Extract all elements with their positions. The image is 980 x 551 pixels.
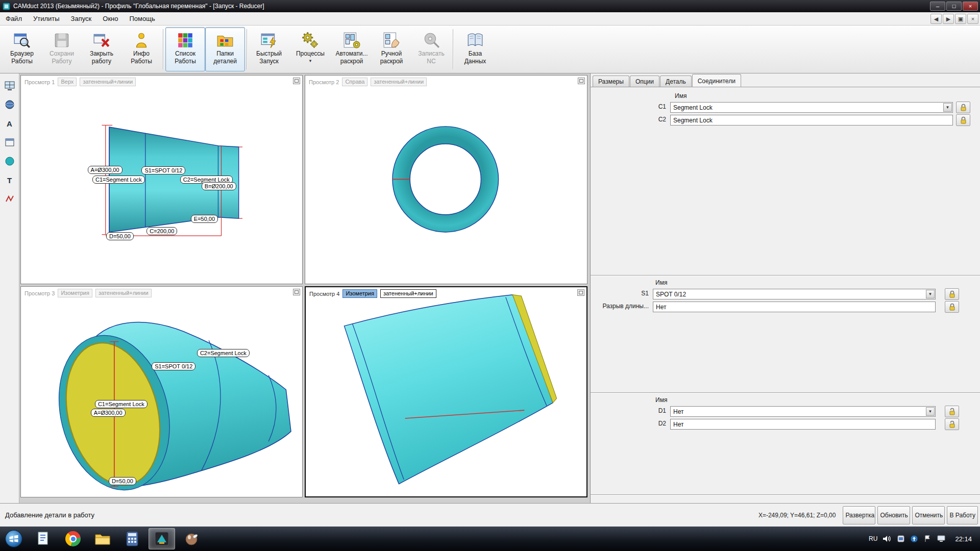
viewport-1-title: Просмотр 1: [24, 79, 55, 85]
database-button[interactable]: База Данных: [455, 27, 495, 71]
updater-tray-icon[interactable]: [910, 535, 918, 543]
viewport-4-title: Просмотр 4: [309, 291, 339, 297]
c2-lock-button[interactable]: [956, 114, 970, 126]
action-center-flag-icon[interactable]: [923, 535, 932, 543]
processes-button[interactable]: Процессы ▾: [289, 27, 332, 71]
annotation-text-icon[interactable]: A: [3, 116, 17, 131]
c1-connector-select[interactable]: Segment Lock ▼: [670, 102, 953, 113]
dimension-label-b: B=Ø200,00: [202, 182, 236, 190]
unfold-button[interactable]: Развертка: [843, 506, 875, 524]
chevron-down-icon[interactable]: ▼: [943, 103, 952, 112]
language-indicator[interactable]: RU: [869, 535, 877, 542]
viewport-3-orientation-button[interactable]: Изометрия: [58, 289, 92, 297]
text-height-icon[interactable]: T: [3, 173, 17, 187]
manual-nest-button[interactable]: Ручной раскрой: [372, 27, 411, 71]
seam-row-s1: S1 SPOT 0/12 ▼: [591, 288, 980, 300]
auto-nest-icon: [343, 31, 360, 50]
viewport-4-orientation-button[interactable]: Изометрия: [342, 289, 377, 298]
tab-dimensions[interactable]: Размеры: [593, 76, 629, 87]
s1-seam-select[interactable]: SPOT 0/12 ▼: [653, 289, 936, 299]
part-folders-icon: [216, 31, 234, 50]
close-button[interactable]: ×: [963, 2, 978, 11]
d1-select[interactable]: Нет ▼: [670, 406, 936, 417]
add-to-job-button[interactable]: В Работу: [947, 506, 978, 524]
c1-lock-button[interactable]: [956, 102, 970, 113]
viewport-layout-icon[interactable]: [3, 79, 17, 93]
length-break-lock-button[interactable]: [945, 301, 959, 313]
mdi-restore-button[interactable]: ▣: [955, 14, 966, 24]
chevron-down-icon[interactable]: ▼: [926, 407, 935, 416]
window-view-icon[interactable]: [3, 135, 17, 149]
section-header-name: Имя: [675, 92, 687, 99]
mdi-close-button[interactable]: ×: [967, 14, 978, 24]
quick-start-button[interactable]: Быстрый Запуск: [249, 27, 289, 71]
auto-nest-button[interactable]: Автомати... раскрой: [332, 27, 372, 71]
cancel-button[interactable]: Отменить: [912, 506, 945, 524]
taskbar-documents-icon[interactable]: [30, 528, 57, 549]
refresh-button[interactable]: Обновить: [877, 506, 910, 524]
menu-utilities[interactable]: Утилиты: [28, 13, 65, 24]
menu-help[interactable]: Помощь: [124, 13, 160, 24]
tab-options[interactable]: Опции: [630, 76, 659, 87]
minimize-button[interactable]: –: [930, 2, 945, 11]
chevron-down-icon[interactable]: ▼: [926, 290, 935, 298]
sphere-view-icon[interactable]: [3, 97, 17, 112]
length-break-field[interactable]: Нет: [653, 302, 936, 312]
viewport-4-render-mode-button[interactable]: затененный+линии: [380, 289, 436, 298]
d1-lock-button[interactable]: [945, 406, 959, 417]
taskbar-calculator-icon[interactable]: [119, 528, 145, 549]
viewport-3-maximize-button[interactable]: [293, 289, 300, 295]
viewport-2[interactable]: Просмотр 2 Справа затененный+линии: [305, 75, 587, 284]
taskbar-folder-icon[interactable]: [89, 528, 116, 549]
maximize-button[interactable]: □: [946, 2, 962, 11]
viewport-1-maximize-button[interactable]: [293, 78, 300, 84]
row-label-c1: C1: [591, 103, 666, 110]
nav-back-button[interactable]: ◀: [930, 14, 942, 24]
job-browser-button[interactable]: Браузер Работы: [2, 27, 42, 71]
shaded-sphere-icon[interactable]: [3, 154, 17, 168]
manual-nest-icon: [383, 31, 400, 50]
network-display-icon[interactable]: [937, 535, 946, 543]
write-nc-button: Записать NC: [411, 27, 451, 71]
app-window-tray-icon[interactable]: [897, 535, 905, 543]
main-toolbar: Браузер Работы Сохрани Работу Закрыть ра…: [0, 26, 980, 73]
measure-icon[interactable]: [3, 192, 17, 206]
menu-file[interactable]: Файл: [0, 13, 28, 24]
viewport-1[interactable]: Просмотр 1 Верх затененный+линии: [20, 75, 303, 284]
viewport-2-maximize-button[interactable]: [578, 78, 585, 84]
viewport-4-active[interactable]: Просмотр 4 Изометрия затененный+линии: [305, 286, 587, 497]
processes-dropdown-arrow[interactable]: ▾: [309, 58, 312, 63]
viewport-3-render-mode-button[interactable]: затененный+линии: [95, 289, 152, 297]
volume-icon[interactable]: [883, 535, 892, 543]
viewport-4-maximize-button[interactable]: [577, 289, 584, 296]
taskbar-chrome-icon[interactable]: [60, 528, 86, 549]
job-info-button[interactable]: Инфо Работы: [121, 27, 161, 71]
d2-lock-button[interactable]: [945, 418, 959, 430]
job-info-icon: [133, 31, 150, 50]
viewport-1-render-mode-button[interactable]: затененный+линии: [80, 78, 136, 86]
job-list-button[interactable]: Список Работы: [165, 27, 205, 71]
lock-icon: [960, 116, 967, 124]
start-button[interactable]: [3, 528, 24, 549]
menu-run[interactable]: Запуск: [65, 13, 97, 24]
viewport-2-render-mode-button[interactable]: затененный+линии: [371, 78, 427, 86]
nav-forward-button[interactable]: ▶: [943, 14, 954, 24]
tab-connectors[interactable]: Соединители: [692, 74, 741, 87]
viewport-3[interactable]: Просмотр 3 Изометрия затененный+линии: [20, 286, 303, 497]
coordinates-readout: X=-249,09; Y=46,61; Z=0,00: [758, 512, 836, 519]
taskbar-camduct-icon-active[interactable]: [149, 528, 175, 549]
d2-field[interactable]: Нет: [670, 419, 936, 430]
tab-part[interactable]: Деталь: [660, 76, 692, 87]
part-folders-button[interactable]: Папки деталей: [205, 27, 245, 71]
viewport-2-orientation-button[interactable]: Справа: [342, 78, 368, 86]
taskbar-clock[interactable]: 22:14: [951, 535, 976, 543]
taskbar-paint-icon[interactable]: [178, 528, 205, 549]
s1-lock-button[interactable]: [945, 288, 959, 300]
viewport-1-orientation-button[interactable]: Верх: [58, 78, 77, 86]
close-job-button[interactable]: Закрыть работу: [82, 27, 121, 71]
lock-icon: [949, 290, 955, 298]
seam-label-s1: S1=SPOT 0/12: [141, 166, 185, 174]
menu-window[interactable]: Окно: [97, 13, 124, 24]
c2-connector-field[interactable]: Segment Lock: [670, 115, 953, 126]
job-browser-icon: [13, 31, 31, 50]
